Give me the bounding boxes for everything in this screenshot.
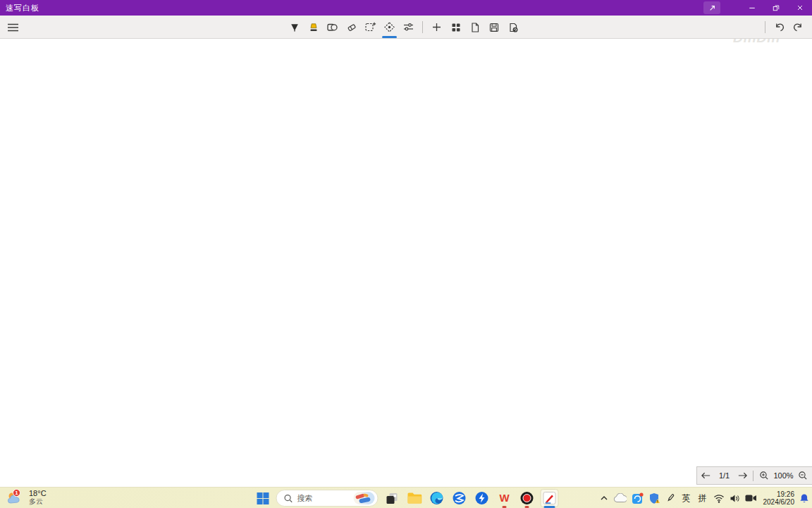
hamburger-icon: [7, 23, 19, 32]
tool-adjust-sliders[interactable]: [399, 18, 418, 37]
file-explorer-button[interactable]: [405, 489, 424, 507]
restore-button[interactable]: [764, 0, 788, 16]
tool-lasso-select[interactable]: [361, 18, 380, 37]
zoom-in-button[interactable]: [755, 467, 773, 484]
taskbar-center: 搜索 W: [254, 489, 559, 507]
expand-button[interactable]: [703, 1, 720, 14]
board-grid-icon: [450, 22, 462, 33]
restore-icon: [772, 4, 780, 12]
shield-warning-icon: [648, 492, 660, 504]
edge-icon: [430, 491, 444, 505]
tool-save-as[interactable]: [503, 18, 522, 37]
close-button[interactable]: [788, 0, 812, 16]
highlighter-icon: [308, 22, 319, 33]
folder-icon: [407, 492, 422, 504]
minimize-button[interactable]: [740, 0, 764, 16]
save-icon: [488, 22, 500, 33]
search-placeholder: 搜索: [297, 493, 350, 504]
zoom-out-button[interactable]: [794, 467, 812, 484]
pen-tray-button[interactable]: [665, 489, 676, 507]
lightning-icon: [475, 491, 489, 505]
tray-clock[interactable]: 19:26 2024/6/20: [763, 490, 795, 506]
search-highlight-image: [354, 492, 375, 504]
wps-icon: W: [497, 491, 512, 505]
recorder-icon: [520, 491, 534, 505]
tool-shapes[interactable]: [323, 18, 342, 37]
pen-icon: [289, 22, 300, 33]
weather-icon: 1: [6, 489, 25, 506]
svg-text:W: W: [499, 492, 510, 504]
video-camera-icon: [745, 494, 757, 502]
ime-english-indicator[interactable]: 英: [681, 489, 692, 507]
system-tray: 英 拼 19:26 2024/6/20: [600, 489, 810, 507]
windows-start-icon: [256, 492, 269, 505]
wps-office-button[interactable]: W: [496, 489, 514, 507]
weather-badge-count: 1: [15, 490, 18, 496]
tool-highlighter[interactable]: [304, 18, 323, 37]
page-nav-separator: [753, 471, 753, 481]
toolbar-separator-right: [765, 21, 765, 33]
wifi-tray-button[interactable]: [713, 489, 725, 507]
lasso-select-icon: [364, 21, 376, 33]
diagonal-arrow-icon: [708, 4, 717, 13]
edge-browser-button[interactable]: [428, 489, 446, 507]
window-title: 速写白板: [6, 3, 39, 13]
undo-button[interactable]: [770, 18, 789, 37]
tray-chevron-button[interactable]: [600, 489, 608, 507]
eraser-icon: [346, 22, 357, 33]
taskbar: 1 18°C 多云 搜索 W: [0, 487, 812, 508]
arrow-right-icon: [737, 471, 748, 480]
notification-bell-button[interactable]: [799, 489, 809, 507]
chevron-up-icon: [600, 495, 608, 502]
z-app-button[interactable]: [450, 489, 469, 507]
undo-icon: [773, 21, 785, 33]
tool-eraser[interactable]: [342, 18, 361, 37]
prev-page-button[interactable]: [697, 467, 715, 484]
taskbar-search[interactable]: 搜索: [276, 490, 379, 507]
tool-add-page[interactable]: [427, 18, 446, 37]
save-as-icon: [508, 22, 519, 33]
zoom-in-icon: [759, 471, 769, 480]
camera-tray-button[interactable]: [745, 489, 757, 507]
page-indicator: 1/1: [715, 471, 734, 480]
task-view-button[interactable]: [383, 489, 401, 507]
tool-move-canvas[interactable]: [380, 18, 399, 37]
move-canvas-icon: [383, 21, 395, 33]
tool-new-page[interactable]: [465, 18, 484, 37]
tool-group: [285, 17, 522, 37]
title-bar: 速写白板: [0, 0, 812, 16]
start-button[interactable]: [254, 489, 272, 507]
toolbar-separator: [422, 21, 423, 33]
whiteboard-app-icon: [543, 491, 557, 505]
tool-pen[interactable]: [285, 18, 304, 37]
chat-app-tray-button[interactable]: [632, 489, 644, 507]
volume-tray-button[interactable]: [730, 489, 740, 507]
chat-app-icon: [632, 492, 644, 504]
tray-date: 2024/6/20: [763, 498, 795, 506]
lightning-app-button[interactable]: [473, 489, 491, 507]
minimize-icon: [748, 4, 756, 12]
tray-time: 19:26: [777, 490, 794, 498]
zoom-level: 100%: [773, 471, 794, 480]
add-page-icon: [431, 22, 442, 32]
tool-board-grid[interactable]: [446, 18, 465, 37]
whiteboard-app-button[interactable]: [541, 489, 559, 507]
adjust-sliders-icon: [402, 21, 414, 33]
redo-button[interactable]: [789, 18, 808, 37]
menu-button[interactable]: [4, 19, 21, 36]
whiteboard-canvas[interactable]: [0, 40, 812, 487]
redo-icon: [792, 21, 804, 33]
bell-icon: [799, 493, 809, 504]
next-page-button[interactable]: [734, 467, 751, 484]
security-tray-button[interactable]: [648, 489, 660, 507]
ime-pinyin-indicator[interactable]: 拼: [697, 489, 708, 507]
window-controls: [740, 0, 812, 16]
weather-temperature: 18°C: [29, 489, 47, 497]
tool-save[interactable]: [484, 18, 503, 37]
cloud-icon: [613, 493, 627, 503]
z-app-icon: [453, 491, 467, 505]
weather-widget[interactable]: 1 18°C 多云: [6, 489, 47, 506]
stylus-icon: [665, 492, 676, 504]
recorder-app-button[interactable]: [518, 489, 536, 507]
onedrive-tray-button[interactable]: [613, 489, 627, 507]
